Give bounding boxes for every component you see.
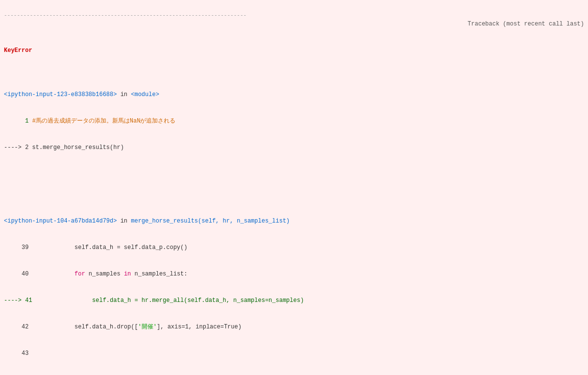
block2-line2: 40 for n_samples in n_samples_list: (4, 271, 188, 277)
traceback-label: Traceback (most recent call last) (454, 20, 584, 28)
error-container: ----------------------------------------… (0, 0, 588, 375)
block1-header: <ipython-input-123-e83838b16688> in <mod… (4, 91, 159, 98)
block-1: <ipython-input-123-e83838b16688> in <mod… (4, 64, 584, 170)
block2-line1: 39 self.data_h = self.data_p.copy() (4, 244, 187, 251)
block2-header: <ipython-input-104-a67bda14d79d> in merg… (4, 218, 290, 225)
block2-line5: 43 (4, 350, 28, 357)
block1-line1-arrow: 1 #馬の過去成績データの添加。新馬はNaNが追加される (4, 118, 175, 125)
block1-line2: ----> 2 st.merge_horse_results(hr) (4, 144, 124, 151)
divider-top: ----------------------------------------… (4, 12, 246, 18)
block2-line4: 42 self.data_h.drop(['開催'], axis=1, inpl… (4, 324, 242, 330)
block-2: <ipython-input-104-a67bda14d79d> in merg… (4, 190, 584, 375)
block2-line3-arrow: ----> 41 self.data_h = hr.merge_all(self… (4, 297, 304, 304)
error-type: KeyError (4, 47, 32, 54)
